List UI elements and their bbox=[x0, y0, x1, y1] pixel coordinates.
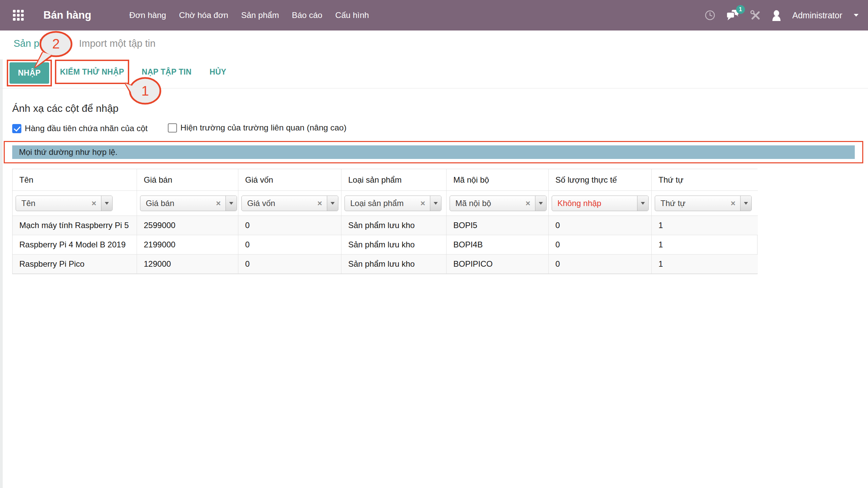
column-mapping-select[interactable]: Giá vốn × bbox=[241, 196, 338, 211]
column-header: Giá bán bbox=[137, 169, 238, 191]
column-mapping-select[interactable]: Tên × bbox=[16, 196, 113, 211]
table-cell: BOPI4B bbox=[447, 235, 549, 255]
user-menu[interactable]: Administrator bbox=[792, 11, 842, 20]
test-import-button[interactable]: KIỂM THỬ NHẬP bbox=[58, 67, 126, 77]
table-cell: Sản phẩm lưu kho bbox=[341, 216, 447, 235]
show-relational-checkbox[interactable] bbox=[168, 123, 177, 133]
column-mapping-select[interactable]: Thứ tự × bbox=[655, 196, 752, 211]
table-cell: BOPI5 bbox=[447, 216, 549, 235]
column-header: Loại sản phẩm bbox=[341, 169, 447, 191]
table-cell: 0 bbox=[549, 235, 652, 255]
status-message-bar: Mọi thứ dường như hợp lệ. bbox=[12, 145, 855, 159]
table-cell: Raspberry Pi 4 Model B 2019 bbox=[13, 235, 137, 255]
navbar-right: 1 Administrator bbox=[704, 9, 859, 21]
breadcrumb: Sản phẩm / Import một tập tin bbox=[0, 30, 868, 59]
first-row-labels-label: Hàng đầu tiên chứa nhãn của cột bbox=[25, 124, 147, 133]
table-cell: 0 bbox=[238, 216, 341, 235]
top-navbar: Bán hàng Đơn hàng Chờ hóa đơn Sản phẩm B… bbox=[0, 0, 868, 30]
table-cell: BOPIPICO bbox=[447, 255, 549, 274]
menu-item-to-invoice[interactable]: Chờ hóa đơn bbox=[179, 11, 228, 20]
table-cell: 1 bbox=[652, 216, 758, 235]
import-button[interactable]: NHẬP bbox=[9, 62, 49, 84]
dropdown-caret-icon[interactable] bbox=[327, 196, 338, 211]
table-cell: 0 bbox=[549, 216, 652, 235]
column-header: Số lượng thực tế bbox=[549, 169, 652, 191]
breadcrumb-parent-link[interactable]: Sản phẩm bbox=[14, 38, 58, 49]
clear-selection-icon[interactable]: × bbox=[420, 199, 425, 207]
table-cell: Mạch máy tính Raspberry Pi 5 bbox=[13, 216, 137, 235]
import-options-row: Hàng đầu tiên chứa nhãn của cột Hiện trư… bbox=[12, 123, 147, 134]
mapping-select-value: Mã nội bộ bbox=[450, 199, 526, 208]
menu-item-reports[interactable]: Báo cáo bbox=[292, 11, 322, 20]
messages-count-badge: 1 bbox=[736, 5, 745, 14]
clear-selection-icon[interactable]: × bbox=[216, 199, 221, 207]
annotation-box-import-button: NHẬP bbox=[7, 60, 52, 86]
dropdown-caret-icon[interactable] bbox=[101, 196, 112, 211]
clear-selection-icon[interactable]: × bbox=[526, 199, 530, 207]
mapping-select-value: Giá vốn bbox=[242, 199, 317, 208]
app-title[interactable]: Bán hàng bbox=[43, 9, 91, 21]
column-header: Thứ tự bbox=[652, 169, 758, 191]
menu-item-orders[interactable]: Đơn hàng bbox=[129, 11, 166, 20]
column-mapping-select[interactable]: Giá bán × bbox=[140, 196, 237, 211]
mapping-select-value: Thứ tự bbox=[655, 199, 731, 208]
mapping-select-value: Tên bbox=[16, 199, 92, 208]
column-mapping-select-skip[interactable]: Không nhập bbox=[552, 196, 649, 211]
show-relational-option[interactable]: Hiện trường của trường liên quan (nâng c… bbox=[168, 123, 347, 133]
activities-clock-icon[interactable] bbox=[704, 9, 716, 21]
mapping-select-value: Giá bán bbox=[140, 199, 216, 208]
dropdown-caret-icon[interactable] bbox=[740, 196, 751, 211]
clear-selection-icon[interactable]: × bbox=[317, 199, 322, 207]
annotation-box-status-message: Mọi thứ dường như hợp lệ. bbox=[4, 141, 863, 163]
table-cell: 1 bbox=[652, 235, 758, 255]
import-preview-table: Tên Giá bán Giá vốn Loại sản phẩm Mã nội… bbox=[12, 169, 757, 274]
annotation-step-1-number: 1 bbox=[141, 83, 149, 98]
clear-selection-icon[interactable]: × bbox=[92, 199, 96, 207]
annotation-box-test-import-button: KIỂM THỬ NHẬP bbox=[55, 60, 129, 84]
panel-divider bbox=[0, 88, 868, 88]
table-cell: 0 bbox=[238, 255, 341, 274]
table-cell: 1 bbox=[652, 255, 758, 274]
menu-item-configuration[interactable]: Cấu hình bbox=[335, 11, 369, 20]
load-file-button[interactable]: NẠP TẬP TIN bbox=[140, 67, 194, 77]
mapping-section-heading: Ánh xạ các cột để nhập bbox=[12, 103, 119, 114]
dropdown-caret-icon[interactable] bbox=[535, 196, 546, 211]
apps-grid-icon[interactable] bbox=[13, 10, 24, 21]
main-menu: Đơn hàng Chờ hóa đơn Sản phẩm Báo cáo Cấ… bbox=[129, 11, 369, 20]
table-cell: Sản phẩm lưu kho bbox=[341, 255, 447, 274]
debug-tools-icon[interactable] bbox=[750, 9, 761, 21]
column-mapping-select[interactable]: Mã nội bộ × bbox=[450, 196, 547, 211]
column-header: Giá vốn bbox=[238, 169, 341, 191]
show-relational-label: Hiện trường của trường liên quan (nâng c… bbox=[180, 123, 347, 133]
dropdown-caret-icon[interactable] bbox=[225, 196, 237, 211]
mapping-select-value: Không nhập bbox=[552, 199, 637, 208]
mapping-select-value: Loại sản phẩm bbox=[345, 199, 420, 208]
window-left-gutter bbox=[0, 30, 3, 488]
table-cell: 0 bbox=[238, 235, 341, 255]
dropdown-caret-icon[interactable] bbox=[637, 196, 648, 211]
first-row-labels-option[interactable]: Hàng đầu tiên chứa nhãn của cột bbox=[12, 124, 147, 133]
cancel-button[interactable]: HỦY bbox=[208, 67, 228, 77]
messages-icon[interactable]: 1 bbox=[726, 9, 739, 21]
clear-selection-icon[interactable]: × bbox=[731, 199, 735, 207]
first-row-labels-checkbox[interactable] bbox=[12, 124, 21, 133]
table-cell: 2199000 bbox=[137, 235, 238, 255]
breadcrumb-separator: / bbox=[66, 38, 69, 49]
chevron-down-icon[interactable] bbox=[854, 14, 859, 17]
menu-item-products[interactable]: Sản phẩm bbox=[241, 11, 279, 20]
table-cell: Sản phẩm lưu kho bbox=[341, 235, 447, 255]
column-header: Mã nội bộ bbox=[447, 169, 549, 191]
breadcrumb-current: Import một tập tin bbox=[79, 38, 156, 49]
column-header: Tên bbox=[13, 169, 137, 191]
dropdown-caret-icon[interactable] bbox=[430, 196, 441, 211]
user-avatar-icon[interactable] bbox=[771, 10, 782, 21]
table-cell: 2599000 bbox=[137, 216, 238, 235]
table-cell: 129000 bbox=[137, 255, 238, 274]
table-cell: 0 bbox=[549, 255, 652, 274]
column-mapping-select[interactable]: Loại sản phẩm × bbox=[344, 196, 441, 211]
table-cell: Raspberry Pi Pico bbox=[13, 255, 137, 274]
